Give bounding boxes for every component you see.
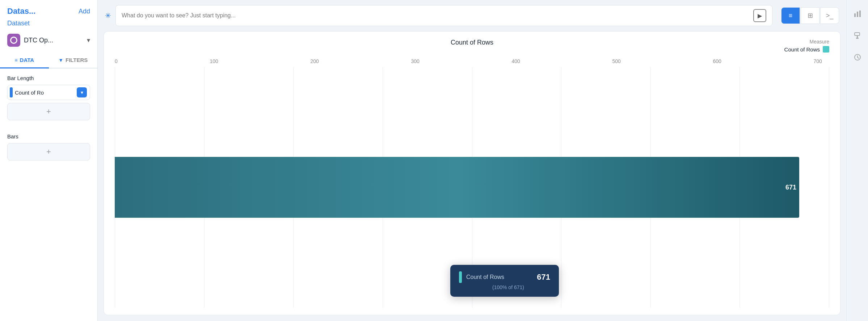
add-bar-length-button[interactable]: + <box>7 103 90 120</box>
paint-roller-icon[interactable] <box>851 29 864 42</box>
sidebar: Datas... Add Dataset DTC Op... ▾ ≡ DATA … <box>0 0 98 321</box>
legend-label: Measure <box>810 39 829 45</box>
pill-color-indicator <box>10 87 13 97</box>
tooltip-value: 671 <box>537 272 550 282</box>
x-label-700: 700 <box>814 58 822 64</box>
chart-legend: Measure Count of Rows <box>750 39 829 53</box>
svg-rect-4 <box>857 36 858 38</box>
search-input[interactable] <box>122 12 750 19</box>
bar-chart-icon[interactable] <box>851 7 864 20</box>
x-label-300: 300 <box>411 58 419 64</box>
bars-section: Bars + <box>0 127 97 167</box>
count-of-rows-pill: Count of Ro ▾ <box>7 85 90 100</box>
x-label-400: 400 <box>512 58 520 64</box>
sidebar-nav-filters[interactable]: ▼ FILTERS <box>49 53 98 68</box>
legend-color-box <box>823 46 829 53</box>
bars-label: Bars <box>7 133 90 139</box>
tooltip-row: Count of Rows 671 <box>459 271 550 283</box>
chart-title: Count of Rows <box>194 39 750 46</box>
table-view-button[interactable]: ⊞ <box>801 7 819 24</box>
sidebar-nav: ≡ DATA ▼ FILTERS <box>0 53 97 68</box>
x-label-100: 100 <box>210 58 218 64</box>
svg-rect-0 <box>854 13 856 17</box>
right-sidebar <box>846 0 868 321</box>
dataset-chevron-icon[interactable]: ▾ <box>87 36 90 44</box>
search-bar[interactable]: ▶ <box>115 5 772 26</box>
sidebar-top: Datas... Add <box>0 0 97 20</box>
filter-nav-icon: ▼ <box>58 57 63 63</box>
x-axis: 0 100 200 300 400 500 600 700 <box>115 58 829 64</box>
dataset-name: DTC Op... <box>24 37 83 44</box>
sidebar-nav-data[interactable]: ≡ DATA <box>0 53 49 68</box>
x-label-200: 200 <box>310 58 319 64</box>
chart-view-button[interactable]: ≡ <box>781 7 800 24</box>
x-label-500: 500 <box>612 58 621 64</box>
bar-length-section: Bar Length Count of Ro ▾ + <box>0 68 97 127</box>
bars-area: 671 Count of Rows 671 (100% of 671) <box>115 67 829 308</box>
topbar: ✳ ▶ ≡ ⊞ >_ <box>98 0 846 31</box>
sparkle-icon: ✳ <box>105 11 111 20</box>
legend-item: Count of Rows <box>784 46 829 53</box>
chart-container: Count of Rows Measure Count of Rows 0 10… <box>104 31 840 315</box>
pill-dropdown-button[interactable]: ▾ <box>77 87 87 97</box>
bar-row: 671 <box>115 146 829 229</box>
main-content: ✳ ▶ ≡ ⊞ >_ Count of Rows Measure Count o… <box>98 0 846 321</box>
dataset-row: DTC Op... ▾ <box>0 31 97 51</box>
x-label-600: 600 <box>713 58 721 64</box>
chart-header: Count of Rows Measure Count of Rows <box>115 39 829 53</box>
code-view-button[interactable]: >_ <box>820 7 839 24</box>
x-axis-labels: 0 100 200 300 400 500 600 700 <box>115 58 829 64</box>
legend-item-name: Count of Rows <box>784 46 820 53</box>
filter-nav-label: FILTERS <box>66 57 88 63</box>
svg-rect-2 <box>859 11 861 17</box>
dataset-icon <box>7 34 20 47</box>
svg-rect-1 <box>857 12 858 17</box>
bar-track: 671 <box>115 157 829 218</box>
datas-label: Datas... <box>7 7 35 16</box>
dataset-icon-inner <box>10 37 17 44</box>
svg-line-8 <box>858 57 859 58</box>
bar-value: 671 <box>785 184 796 191</box>
svg-rect-3 <box>855 33 860 36</box>
x-label-0: 0 <box>115 58 118 64</box>
tooltip-percent: (100% of 671) <box>459 284 550 290</box>
view-toggle: ≡ ⊞ >_ <box>781 7 839 24</box>
tooltip-color-bar <box>459 271 462 283</box>
clock-icon[interactable] <box>851 51 864 64</box>
add-button[interactable]: Add <box>79 8 90 15</box>
data-nav-label: DATA <box>20 57 34 63</box>
pill-text: Count of Ro <box>15 89 75 96</box>
tooltip: Count of Rows 671 (100% of 671) <box>450 265 559 297</box>
play-button[interactable]: ▶ <box>753 9 766 22</box>
dataset-label: Dataset <box>0 20 97 31</box>
bar-length-label: Bar Length <box>7 75 90 81</box>
data-nav-icon: ≡ <box>14 57 17 63</box>
bar-fill: 671 <box>115 157 799 218</box>
svg-rect-5 <box>856 38 859 39</box>
tooltip-label: Count of Rows <box>466 274 532 280</box>
add-bars-button[interactable]: + <box>7 143 90 160</box>
